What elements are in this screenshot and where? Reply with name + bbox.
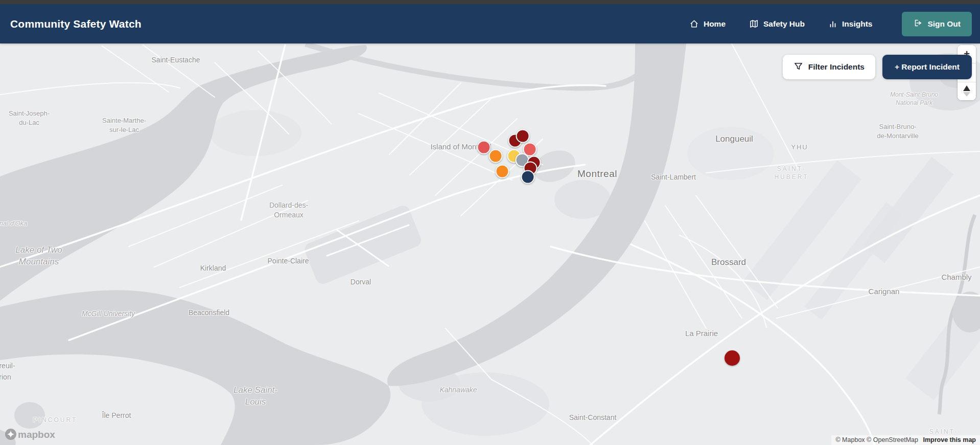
- incident-marker[interactable]: [516, 129, 530, 143]
- mapbox-logo[interactable]: mapbox: [4, 428, 61, 443]
- funnel-icon: [794, 61, 803, 73]
- sign-out-label: Sign Out: [927, 19, 961, 29]
- nav-safety-hub-label: Safety Hub: [763, 19, 805, 29]
- bar-chart-icon: [828, 19, 837, 29]
- top-dark-strip: [0, 0, 980, 4]
- home-icon: [689, 19, 699, 29]
- report-incident-button[interactable]: + Report Incident: [882, 55, 972, 79]
- compass-button[interactable]: [958, 82, 976, 100]
- compass-south-icon: [963, 92, 970, 97]
- map-attribution: © Mapbox © OpenStreetMap Improve this ma…: [831, 435, 980, 445]
- compass-north-icon: [963, 85, 970, 91]
- nav-home-label: Home: [704, 19, 726, 29]
- incident-marker[interactable]: [477, 141, 491, 154]
- filter-incidents-label: Filter Incidents: [808, 62, 865, 72]
- nav-item-home[interactable]: Home: [689, 19, 726, 29]
- map-icon: [749, 19, 759, 29]
- improve-map-link[interactable]: Improve this map: [923, 436, 976, 443]
- sign-out-button[interactable]: Sign Out: [902, 12, 972, 36]
- app-header: Community Safety Watch Home Safety Hub: [0, 4, 980, 43]
- nav-insights-label: Insights: [842, 19, 872, 29]
- sign-out-icon: [913, 18, 922, 30]
- filter-incidents-button[interactable]: Filter Incidents: [783, 55, 875, 79]
- report-incident-label: + Report Incident: [895, 62, 960, 72]
- incident-marker[interactable]: [489, 149, 503, 163]
- nav-item-insights[interactable]: Insights: [828, 19, 872, 29]
- incident-marker[interactable]: [521, 170, 535, 184]
- incident-marker[interactable]: [725, 350, 740, 366]
- mapbox-wordmark: mapbox: [18, 429, 55, 440]
- mapbox-copyright[interactable]: © Mapbox: [835, 436, 865, 443]
- app-title: Community Safety Watch: [0, 18, 142, 30]
- main-nav: Home Safety Hub Insights: [689, 12, 980, 36]
- nav-item-safety-hub[interactable]: Safety Hub: [749, 19, 805, 29]
- incident-marker[interactable]: [496, 165, 509, 179]
- osm-copyright[interactable]: © OpenStreetMap: [867, 436, 918, 443]
